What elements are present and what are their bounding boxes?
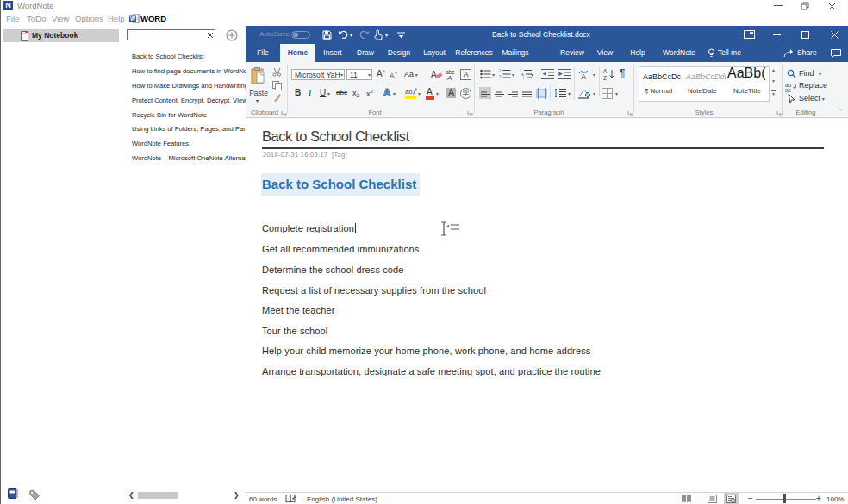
svg-text:A: A bbox=[431, 70, 437, 79]
svg-text:ac: ac bbox=[785, 87, 792, 92]
svg-text:A: A bbox=[581, 72, 586, 79]
svg-text:A: A bbox=[603, 68, 608, 74]
svg-text:Z: Z bbox=[603, 75, 607, 80]
svg-text:A: A bbox=[446, 74, 452, 80]
svg-text:W: W bbox=[130, 16, 136, 22]
svg-text:1: 1 bbox=[499, 69, 502, 73]
svg-text:2: 2 bbox=[499, 75, 502, 79]
svg-text:i: i bbox=[523, 76, 524, 79]
svg-text:ab: ab bbox=[405, 88, 412, 96]
